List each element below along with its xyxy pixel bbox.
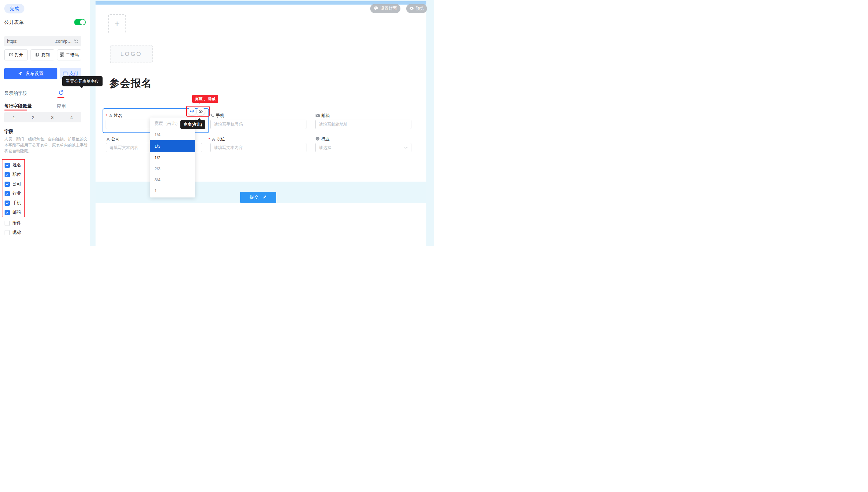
field-checkbox-label: 附件 — [13, 220, 21, 226]
checkbox-checked-icon — [5, 172, 10, 177]
position-input[interactable]: 请填写文本内容 — [210, 143, 306, 152]
field-checkbox-label: 职位 — [13, 172, 21, 177]
reset-fields-refresh-icon[interactable] — [58, 90, 64, 96]
copy-icon — [35, 52, 40, 58]
set-cover-button[interactable]: 设置封面 — [370, 4, 400, 13]
required-asterisk: * — [208, 137, 210, 142]
fields-per-row-segments: 1 2 3 4 — [4, 112, 81, 122]
fields-section-heading: 字段 — [4, 129, 14, 134]
email-field-label: 邮箱 — [316, 113, 330, 118]
field-checkbox-phone[interactable]: 手机 — [5, 200, 21, 206]
chevron-down-icon — [404, 147, 408, 149]
field-checkbox-email[interactable]: 邮箱 — [5, 210, 21, 215]
open-link-button[interactable]: 打开 — [4, 49, 28, 60]
publish-settings-button[interactable]: 发布设置 — [4, 68, 57, 79]
red-underline-per-row — [4, 109, 27, 110]
reset-fields-tooltip: 重置公开表单字段 — [62, 76, 103, 87]
phone-icon — [210, 113, 214, 118]
phone-label-text: 手机 — [216, 113, 224, 118]
width-ratio-tooltip-text: 宽度(占比) — [183, 122, 202, 127]
field-checkbox-company[interactable]: 公司 — [5, 181, 21, 187]
public-form-label: 公开表单 — [4, 19, 24, 26]
per-row-option-3[interactable]: 3 — [43, 112, 62, 122]
width-hide-annotation-text: 宽度 、隐藏 — [195, 96, 216, 102]
industry-select[interactable]: 请选择 — [315, 143, 412, 152]
shown-fields-label: 显示的字段 — [4, 91, 27, 96]
width-option-3-4[interactable]: 3/4 — [150, 174, 195, 185]
email-input[interactable]: 请填写邮箱地址 — [315, 120, 412, 129]
copy-link-button[interactable]: 复制 — [30, 49, 54, 60]
name-field-label: * A 姓名 — [106, 113, 122, 118]
email-label-text: 邮箱 — [321, 113, 330, 118]
checkbox-checked-icon — [5, 191, 10, 196]
width-hide-annotation-bubble: 宽度 、隐藏 — [192, 95, 218, 103]
field-checkbox-attachment[interactable]: 附件 — [5, 220, 21, 226]
per-row-option-2[interactable]: 2 — [24, 112, 43, 122]
settings-sidebar: 完成 公开表单 https: .com/p… 打开 复制 二维码 发布设置 — [0, 0, 90, 246]
red-underline-refresh — [57, 97, 65, 98]
text-type-icon: A — [106, 137, 109, 142]
position-field-label: * A 职位 — [208, 137, 225, 142]
company-label-text: 公司 — [111, 137, 120, 142]
url-refresh-icon[interactable] — [74, 39, 78, 44]
envelope-icon — [316, 113, 320, 118]
form-builder-page: 完成 公开表单 https: .com/p… 打开 复制 二维码 发布设置 — [0, 0, 434, 246]
card-icon — [63, 71, 68, 76]
field-checkbox-label: 姓名 — [13, 163, 21, 168]
per-row-option-4[interactable]: 4 — [62, 112, 81, 122]
qrcode-label: 二维码 — [66, 52, 79, 58]
width-option-1[interactable]: 1 — [150, 185, 195, 196]
field-checkbox-industry[interactable]: 行业 — [5, 191, 21, 196]
text-type-icon: A — [212, 137, 215, 142]
done-button[interactable]: 完成 — [4, 4, 24, 14]
external-link-icon — [9, 52, 13, 58]
industry-label-text: 行业 — [321, 137, 330, 142]
checkbox-checked-icon — [5, 210, 10, 215]
copy-link-label: 复制 — [41, 52, 50, 58]
industry-field-label: 行业 — [316, 137, 330, 142]
phone-input[interactable]: 请填写手机号码 — [210, 120, 306, 129]
field-width-button[interactable] — [188, 107, 196, 115]
checkbox-unchecked-icon — [5, 230, 10, 235]
set-cover-label: 设置封面 — [380, 6, 397, 11]
url-suffix: .com/p… — [55, 39, 72, 44]
circle-chevron-icon — [316, 137, 320, 142]
form-url-field[interactable]: https: .com/p… — [4, 36, 81, 46]
width-ratio-tooltip: 宽度(占比) — [180, 120, 205, 129]
width-option-1-2[interactable]: 1/2 — [150, 152, 195, 163]
send-icon — [18, 71, 23, 77]
palette-icon — [374, 6, 378, 11]
qrcode-button[interactable]: 二维码 — [57, 49, 81, 60]
pay-label: 支付 — [69, 71, 78, 77]
pencil-icon — [263, 195, 267, 200]
apply-button[interactable]: 应用 — [57, 103, 66, 109]
form-canvas: 设置封面 预览 + LOGO 参会报名 * A 姓名 手机 请填写手机号码 邮箱 — [96, 1, 426, 246]
company-field-label: A 公司 — [106, 137, 120, 142]
logo-placeholder[interactable]: LOGO — [110, 45, 153, 63]
plus-icon: + — [115, 19, 120, 29]
reset-fields-tooltip-text: 重置公开表单字段 — [66, 79, 99, 84]
per-row-option-1[interactable]: 1 — [4, 112, 24, 122]
public-form-toggle[interactable] — [74, 19, 86, 25]
field-hide-button[interactable] — [197, 107, 205, 115]
qrcode-icon — [60, 52, 64, 58]
add-cover-placeholder[interactable]: + — [108, 14, 126, 33]
required-asterisk: * — [106, 113, 107, 118]
width-option-1-3-selected[interactable]: 1/3 — [150, 140, 195, 152]
field-checkbox-label: 邮箱 — [13, 210, 21, 215]
title-divider — [102, 99, 424, 99]
submit-button[interactable]: 提交 — [240, 192, 276, 203]
phone-placeholder: 请填写手机号码 — [214, 122, 243, 127]
width-option-1-4[interactable]: 1/4 — [150, 129, 195, 140]
fields-per-row-label: 每行字段数量 — [4, 103, 32, 109]
position-placeholder: 请填写文本内容 — [214, 145, 243, 150]
position-label-text: 职位 — [217, 137, 225, 142]
field-checkbox-nickname[interactable]: 昵称 — [5, 230, 21, 235]
open-link-label: 打开 — [15, 52, 24, 58]
checkbox-checked-icon — [5, 163, 10, 168]
submit-label: 提交 — [250, 194, 259, 200]
field-checkbox-position[interactable]: 职位 — [5, 172, 21, 177]
width-option-2-3[interactable]: 2/3 — [150, 163, 195, 174]
preview-button[interactable]: 预览 — [406, 4, 427, 13]
field-checkbox-name[interactable]: 姓名 — [5, 163, 21, 168]
